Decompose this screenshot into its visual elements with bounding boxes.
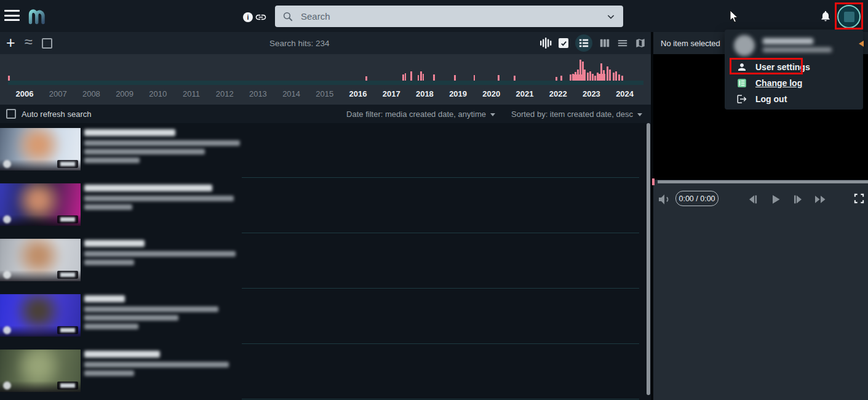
- timeline-years: 2006200720082009201020112012201320142015…: [0, 86, 651, 103]
- auto-refresh-checkbox[interactable]: [6, 109, 16, 119]
- timeline-year-2007[interactable]: 2007: [49, 89, 67, 98]
- timeline-year-2019[interactable]: 2019: [449, 89, 467, 98]
- view-columns-icon[interactable]: [599, 38, 610, 49]
- item-metadata: [84, 351, 229, 379]
- timeline-year-2016[interactable]: 2016: [349, 89, 367, 98]
- sort-dropdown[interactable]: Sorted by: item created date, desc: [511, 110, 642, 119]
- menu-item-log-out[interactable]: Log out: [725, 91, 863, 107]
- histogram-bar: [607, 66, 608, 81]
- seek-bar[interactable]: [658, 180, 868, 183]
- timeline-year-2009[interactable]: 2009: [116, 89, 133, 98]
- item-title-redacted: [84, 240, 145, 247]
- results-list: [0, 123, 647, 400]
- timeline-year-2018[interactable]: 2018: [416, 89, 434, 98]
- histogram-bar: [420, 71, 422, 81]
- search-input[interactable]: [300, 10, 600, 22]
- histogram-bar: [609, 70, 611, 81]
- map-view-icon[interactable]: [635, 38, 646, 49]
- fast-forward-icon[interactable]: [814, 193, 827, 206]
- timeline-year-2021[interactable]: 2021: [516, 89, 534, 98]
- search-icon: [282, 11, 293, 22]
- search-bar[interactable]: [275, 6, 623, 27]
- notifications-bell-icon[interactable]: [819, 9, 832, 25]
- timeline-histogram[interactable]: [0, 54, 651, 81]
- result-row[interactable]: [0, 178, 647, 234]
- info-icon[interactable]: i: [243, 12, 253, 22]
- item-meta-redacted: [84, 158, 140, 163]
- item-meta-redacted: [84, 315, 178, 321]
- result-row[interactable]: [0, 123, 647, 178]
- histogram-bar: [454, 75, 456, 81]
- fullscreen-icon[interactable]: [853, 193, 865, 204]
- item-meta-redacted: [84, 251, 236, 257]
- menu-item-change-log[interactable]: Change log: [725, 75, 863, 91]
- play-icon[interactable]: [770, 193, 782, 206]
- timeline-year-2017[interactable]: 2017: [383, 89, 400, 98]
- histogram-bar: [594, 76, 596, 81]
- duration-badge: [57, 326, 78, 334]
- histogram-bar: [615, 71, 617, 81]
- view-rows-icon[interactable]: [617, 38, 628, 49]
- waveform-icon[interactable]: [540, 37, 552, 49]
- time-display: 0:00 / 0:00: [675, 191, 719, 206]
- result-row[interactable]: [0, 289, 647, 345]
- caret-down-icon: [490, 113, 495, 116]
- thumbnail[interactable]: [0, 350, 81, 392]
- mouse-cursor: [730, 10, 739, 26]
- results-scrollbar[interactable]: [647, 123, 650, 395]
- histogram-bar: [577, 70, 579, 81]
- add-item-icon[interactable]: +: [6, 31, 15, 54]
- histogram-bar: [410, 71, 412, 81]
- menu-avatar: [734, 35, 755, 56]
- annotation-user-settings-highlight: [730, 58, 803, 74]
- item-title-redacted: [84, 129, 175, 136]
- timeline-year-2020[interactable]: 2020: [482, 89, 500, 98]
- fuzzy-search-icon[interactable]: ≈: [25, 33, 33, 50]
- checked-checkbox-icon[interactable]: [559, 38, 568, 48]
- step-back-icon[interactable]: [747, 193, 759, 206]
- select-all-icon[interactable]: [42, 38, 52, 49]
- step-forward-icon[interactable]: [792, 193, 804, 206]
- thumbnail[interactable]: [0, 294, 81, 337]
- timeline-baseline: [8, 81, 643, 85]
- histogram-bar: [418, 75, 419, 81]
- chevron-down-icon[interactable]: [606, 12, 616, 22]
- timeline-panel: 2006200720082009201020112012201320142015…: [0, 54, 651, 105]
- result-row[interactable]: [0, 345, 647, 400]
- result-row[interactable]: [0, 234, 647, 289]
- app-logo[interactable]: [27, 7, 47, 27]
- view-list-icon[interactable]: [575, 34, 592, 52]
- player-controls: 0:00 / 0:00: [651, 188, 868, 212]
- date-filter-dropdown[interactable]: Date filter: media created date, anytime: [346, 110, 495, 119]
- changelog-icon: [736, 78, 747, 89]
- histogram-bar: [474, 75, 475, 81]
- histogram-bar: [603, 70, 605, 81]
- timeline-year-2011[interactable]: 2011: [183, 89, 200, 98]
- media-type-icon: [3, 326, 11, 334]
- timeline-year-2024[interactable]: 2024: [616, 89, 634, 98]
- timeline-year-2023[interactable]: 2023: [583, 89, 600, 98]
- thumbnail[interactable]: [0, 128, 81, 170]
- histogram-bar: [618, 74, 620, 81]
- filter-bar: Auto refresh search Date filter: media c…: [0, 105, 651, 123]
- timeline-year-2015[interactable]: 2015: [316, 89, 333, 98]
- timeline-year-2013[interactable]: 2013: [249, 89, 267, 98]
- timeline-year-2014[interactable]: 2014: [282, 89, 300, 98]
- thumbnail[interactable]: [0, 183, 81, 226]
- timeline-year-2006[interactable]: 2006: [16, 89, 34, 98]
- thumbnail[interactable]: [0, 239, 81, 281]
- duration-badge: [57, 382, 78, 390]
- timeline-year-2008[interactable]: 2008: [82, 89, 100, 98]
- timeline-year-2012[interactable]: 2012: [216, 89, 234, 98]
- playhead-marker[interactable]: [652, 178, 655, 185]
- item-meta-redacted: [84, 196, 234, 201]
- user-name-redacted: [763, 38, 813, 44]
- volume-icon[interactable]: [657, 192, 672, 207]
- hamburger-menu-icon[interactable]: [4, 10, 20, 22]
- media-type-icon: [3, 382, 11, 390]
- annotation-avatar-highlight: [835, 2, 863, 30]
- timeline-year-2022[interactable]: 2022: [549, 89, 567, 98]
- timeline-year-2010[interactable]: 2010: [149, 89, 167, 98]
- user-menu-header: [725, 30, 863, 59]
- link-icon[interactable]: [255, 11, 267, 26]
